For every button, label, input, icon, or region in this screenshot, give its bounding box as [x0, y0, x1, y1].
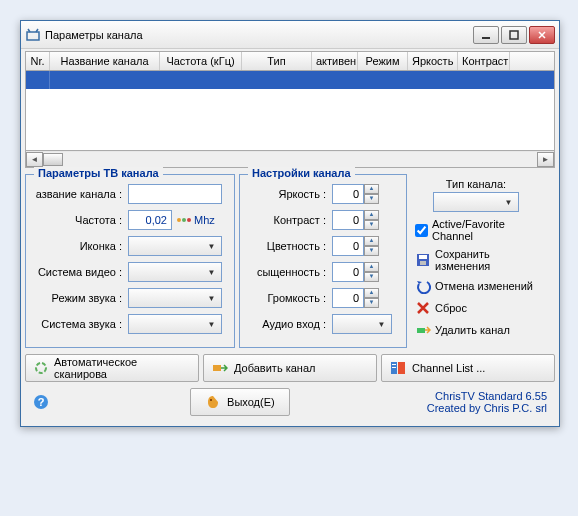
- svg-rect-2: [510, 31, 518, 39]
- svg-point-3: [177, 218, 181, 222]
- spin-up[interactable]: ▲: [364, 184, 379, 194]
- th-type[interactable]: Тип: [242, 52, 312, 70]
- frequency-unit: Mhz: [194, 214, 215, 226]
- svg-point-4: [182, 218, 186, 222]
- sound-mode-combo[interactable]: ▼: [128, 288, 222, 308]
- th-active[interactable]: активен: [312, 52, 358, 70]
- autoscan-button[interactable]: Автоматическое сканирова: [25, 354, 199, 382]
- th-brightness[interactable]: Яркость: [408, 52, 458, 70]
- maximize-button[interactable]: [501, 26, 527, 44]
- audio-input-label: Аудио вход :: [246, 318, 332, 330]
- channel-settings-title: Настройки канала: [248, 167, 355, 179]
- scroll-left-button[interactable]: ◄: [26, 152, 43, 167]
- delete-icon: [415, 322, 431, 338]
- chevron-down-icon: ▼: [204, 268, 219, 277]
- th-mode[interactable]: Режим: [358, 52, 408, 70]
- sound-system-label: Система звука :: [32, 318, 128, 330]
- spin-down[interactable]: ▼: [364, 298, 379, 308]
- spin-down[interactable]: ▼: [364, 272, 379, 282]
- cancel-changes-button[interactable]: Отмена изменений: [415, 278, 537, 294]
- video-system-label: Система видео :: [32, 266, 128, 278]
- th-nr[interactable]: Nr.: [26, 52, 50, 70]
- add-channel-button[interactable]: Добавить канал: [203, 354, 377, 382]
- brightness-label: Яркость :: [246, 188, 332, 200]
- channel-name-input[interactable]: [128, 184, 222, 204]
- svg-rect-11: [213, 365, 221, 371]
- svg-point-5: [187, 218, 191, 222]
- app-icon: [25, 27, 41, 43]
- channel-table-body[interactable]: [25, 71, 555, 151]
- window-title: Параметры канала: [45, 29, 473, 41]
- spin-up[interactable]: ▲: [364, 236, 379, 246]
- sound-system-combo[interactable]: ▼: [128, 314, 222, 334]
- scroll-track[interactable]: [43, 152, 537, 167]
- channel-name-label: азвание канала :: [32, 188, 128, 200]
- th-freq[interactable]: Частота (кГц): [160, 52, 242, 70]
- channel-type-combo[interactable]: ▼: [433, 192, 519, 212]
- svg-text:?: ?: [38, 396, 45, 408]
- spin-down[interactable]: ▼: [364, 220, 379, 230]
- saturation-label: сыщенность :: [246, 266, 332, 278]
- color-spinner[interactable]: ▲▼: [332, 236, 379, 256]
- scroll-thumb[interactable]: [43, 153, 63, 166]
- close-button[interactable]: [529, 26, 555, 44]
- th-contrast[interactable]: Контраст: [458, 52, 510, 70]
- svg-rect-13: [398, 362, 405, 374]
- frequency-input[interactable]: [128, 210, 172, 230]
- volume-spinner[interactable]: ▲▼: [332, 288, 379, 308]
- minimize-button[interactable]: [473, 26, 499, 44]
- chevron-down-icon: ▼: [204, 320, 219, 329]
- active-favorite-checkbox[interactable]: [415, 224, 428, 237]
- tv-params-group: Параметры ТВ канала азвание канала : Час…: [25, 174, 235, 348]
- horizontal-scrollbar[interactable]: ◄ ►: [25, 151, 555, 168]
- audio-input-combo[interactable]: ▼: [332, 314, 392, 334]
- delete-channel-button[interactable]: Удалить канал: [415, 322, 537, 338]
- chevron-down-icon: ▼: [204, 294, 219, 303]
- active-favorite-checkbox-row[interactable]: Active/Favorite Channel: [415, 218, 537, 242]
- spin-down[interactable]: ▼: [364, 194, 379, 204]
- video-system-combo[interactable]: ▼: [128, 262, 222, 282]
- exit-icon: [205, 394, 221, 410]
- frequency-tune-icon[interactable]: [172, 214, 194, 226]
- channel-settings-group: Настройки канала Яркость : ▲▼ Контраст :…: [239, 174, 407, 348]
- undo-icon: [415, 278, 431, 294]
- th-name[interactable]: Название канала: [50, 52, 160, 70]
- svg-rect-8: [420, 261, 426, 265]
- add-icon: [212, 361, 228, 375]
- save-changes-button[interactable]: Сохранить изменения: [415, 248, 537, 272]
- reset-icon: [415, 300, 431, 316]
- frequency-label: Частота :: [32, 214, 128, 226]
- right-actions-panel: Тип канала: ▼ Active/Favorite Channel Со…: [411, 174, 541, 348]
- list-icon: [390, 361, 406, 375]
- channel-params-window: Параметры канала Nr. Название канала Час…: [20, 20, 560, 427]
- help-button[interactable]: ?: [33, 394, 53, 410]
- svg-rect-14: [392, 364, 396, 365]
- svg-rect-0: [27, 32, 39, 40]
- table-row[interactable]: [26, 71, 554, 89]
- reset-button[interactable]: Сброс: [415, 300, 537, 316]
- scan-icon: [34, 361, 48, 375]
- scroll-right-button[interactable]: ►: [537, 152, 554, 167]
- tv-params-title: Параметры ТВ канала: [34, 167, 163, 179]
- chevron-down-icon: ▼: [204, 242, 219, 251]
- svg-point-10: [36, 363, 46, 373]
- active-favorite-label: Active/Favorite Channel: [432, 218, 537, 242]
- channel-list-button[interactable]: Channel List ...: [381, 354, 555, 382]
- chevron-down-icon: ▼: [501, 198, 516, 207]
- save-icon: [415, 252, 431, 268]
- exit-button[interactable]: Выход(E): [190, 388, 290, 416]
- icon-combo[interactable]: ▼: [128, 236, 222, 256]
- svg-rect-9: [417, 328, 425, 333]
- svg-rect-15: [392, 367, 396, 368]
- svg-point-18: [210, 399, 212, 401]
- spin-up[interactable]: ▲: [364, 210, 379, 220]
- contrast-spinner[interactable]: ▲▼: [332, 210, 379, 230]
- icon-label: Иконка :: [32, 240, 128, 252]
- spin-down[interactable]: ▼: [364, 246, 379, 256]
- svg-rect-7: [419, 255, 427, 259]
- saturation-spinner[interactable]: ▲▼: [332, 262, 379, 282]
- spin-up[interactable]: ▲: [364, 262, 379, 272]
- spin-up[interactable]: ▲: [364, 288, 379, 298]
- titlebar: Параметры канала: [21, 21, 559, 49]
- brightness-spinner[interactable]: ▲▼: [332, 184, 379, 204]
